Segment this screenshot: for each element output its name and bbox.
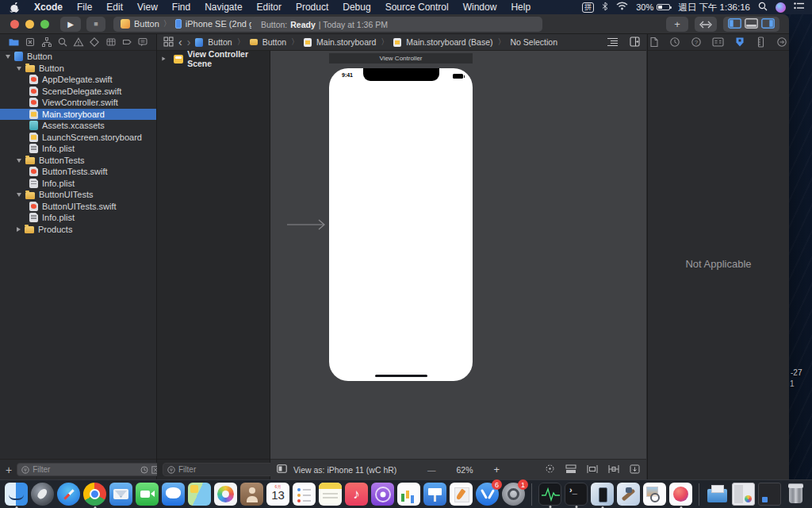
jump-segment-selection[interactable]: No Selection — [511, 37, 558, 47]
related-items-icon[interactable] — [163, 37, 174, 48]
test-navigator-tab[interactable] — [89, 37, 100, 48]
interface-builder-canvas[interactable]: View Controller 9:41 — [270, 51, 646, 459]
toggle-navigator-button[interactable] — [728, 17, 741, 32]
library-add-button[interactable]: + — [666, 17, 688, 32]
jump-segment-project[interactable]: Button — [208, 37, 232, 47]
forward-button[interactable]: › — [187, 36, 191, 48]
menu-edit[interactable]: Edit — [99, 2, 130, 13]
dock-simulator-icon[interactable] — [591, 483, 614, 506]
tree-row-launchscreen[interactable]: LaunchScreen.storyboard — [0, 132, 156, 144]
view-as-label[interactable]: View as: iPhone 11 (wC hR) — [293, 465, 396, 475]
resolve-autolayout-icon[interactable] — [630, 464, 640, 475]
dock-chrome-icon[interactable] — [83, 483, 106, 506]
attributes-inspector-tab-selected[interactable] — [734, 37, 745, 48]
add-constraints-icon[interactable] — [608, 464, 619, 475]
tree-row-buttonuitests-swift[interactable]: ButtonUITests.swift — [0, 201, 156, 213]
apple-menu-icon[interactable] — [10, 2, 19, 13]
dock-system-preferences-icon[interactable]: 1 — [502, 483, 525, 506]
run-button[interactable]: ▶ — [60, 17, 81, 32]
dock-mail-icon[interactable] — [109, 483, 132, 506]
dock-pages-icon[interactable] — [450, 483, 473, 506]
dock-podcasts-icon[interactable] — [371, 483, 394, 506]
identity-inspector-tab[interactable] — [712, 37, 724, 47]
tree-row-assets[interactable]: Assets.xcassets — [0, 120, 156, 132]
issue-navigator-tab[interactable] — [73, 37, 84, 48]
close-window-button[interactable] — [10, 20, 19, 29]
tree-row-appdelegate[interactable]: AppDelegate.swift — [0, 74, 156, 86]
tree-row-scenedelegate[interactable]: SceneDelegate.swift — [0, 86, 156, 98]
disclosure-triangle[interactable] — [17, 193, 21, 197]
stop-button[interactable]: ■ — [86, 17, 105, 32]
wifi-icon[interactable] — [616, 2, 628, 13]
dock-calendar-icon[interactable]: 6月13 — [266, 483, 289, 506]
menu-editor[interactable]: Editor — [250, 2, 289, 13]
dock-keynote-icon[interactable] — [423, 483, 446, 506]
symbol-navigator-tab[interactable] — [41, 37, 52, 48]
menu-help[interactable]: Help — [504, 2, 538, 13]
dock-documents-folder-icon[interactable] — [706, 483, 729, 506]
find-navigator-tab[interactable] — [57, 37, 68, 48]
jump-segment-localization[interactable]: Main.storyboard (Base) — [406, 37, 492, 47]
toggle-debug-area-button[interactable] — [745, 17, 758, 32]
spotlight-icon[interactable] — [758, 2, 768, 13]
embed-in-stack-icon[interactable] — [565, 464, 576, 475]
navigator-filter-field[interactable] — [17, 463, 164, 476]
minimize-window-button[interactable] — [25, 20, 34, 29]
tree-row-group-buttontests[interactable]: ButtonTests — [0, 155, 156, 167]
breakpoint-navigator-tab[interactable] — [121, 37, 132, 48]
zoom-in-button[interactable]: + — [494, 464, 500, 475]
tree-row-group-button[interactable]: Button — [0, 63, 156, 75]
view-controller-scene-row[interactable]: View Controller Scene — [157, 51, 270, 67]
dock-reminders-icon[interactable] — [293, 483, 316, 506]
dock-terminal-icon[interactable] — [565, 483, 588, 506]
add-editor-icon[interactable] — [630, 37, 640, 48]
dock-minimized-window-icon[interactable] — [758, 483, 781, 506]
menu-window[interactable]: Window — [456, 2, 504, 13]
update-frames-icon[interactable] — [545, 464, 555, 475]
notification-center-icon[interactable] — [794, 2, 804, 13]
tree-row-products[interactable]: Products — [0, 224, 156, 236]
dock-xcode-icon[interactable] — [617, 483, 640, 506]
activity-viewer[interactable]: Button: Ready | Today at 1:36 PM — [251, 17, 542, 32]
jump-segment-file[interactable]: Main.storyboard — [316, 37, 376, 47]
tree-row-buttontests-swift[interactable]: ButtonTests.swift — [0, 166, 156, 178]
menu-xcode[interactable]: Xcode — [27, 2, 70, 13]
dock-launchpad-icon[interactable] — [31, 483, 54, 506]
iphone-canvas-view[interactable]: 9:41 — [329, 68, 473, 381]
file-inspector-tab[interactable] — [649, 37, 659, 48]
dock-app-store-icon[interactable]: 6 — [476, 483, 499, 506]
dock-notes-icon[interactable] — [319, 483, 342, 506]
size-inspector-tab[interactable] — [756, 37, 766, 48]
zoom-out-button[interactable]: — — [427, 465, 436, 475]
disclosure-triangle[interactable] — [6, 55, 10, 59]
editor-options-icon[interactable] — [607, 37, 619, 48]
code-review-button[interactable] — [695, 17, 717, 32]
dock-minimized-window-icon[interactable] — [732, 483, 755, 506]
menu-file[interactable]: File — [70, 2, 99, 13]
menu-product[interactable]: Product — [289, 2, 335, 13]
menu-bar-clock[interactable]: 週日 下午 1:36:16 — [678, 2, 750, 13]
tree-row-project-button[interactable]: Button — [0, 51, 156, 63]
dock-numbers-icon[interactable] — [397, 483, 420, 506]
connections-inspector-tab[interactable] — [776, 37, 787, 48]
dock-maps-icon[interactable] — [188, 483, 211, 506]
menu-navigate[interactable]: Navigate — [197, 2, 249, 13]
tree-row-info-plist[interactable]: Info.plist — [0, 178, 156, 190]
bluetooth-icon[interactable] — [602, 2, 608, 13]
dock-finder-icon[interactable] — [5, 483, 28, 506]
debug-navigator-tab[interactable] — [105, 37, 117, 48]
battery-status[interactable]: 30% — [636, 2, 670, 12]
outline-filter-field[interactable] — [163, 463, 288, 476]
tree-row-info-plist[interactable]: Info.plist — [0, 212, 156, 224]
add-file-button[interactable]: + — [6, 464, 12, 475]
back-button[interactable]: ‹ — [178, 36, 182, 48]
dock-facetime-icon[interactable] — [136, 483, 159, 506]
menu-source-control[interactable]: Source Control — [378, 2, 456, 13]
tree-row-group-buttonuitests[interactable]: ButtonUITests — [0, 189, 156, 201]
tree-row-main-storyboard-selected[interactable]: Main.storyboard — [0, 109, 156, 121]
toggle-inspector-button[interactable] — [761, 17, 775, 32]
recent-files-icon[interactable] — [140, 466, 148, 474]
siri-icon[interactable] — [776, 2, 786, 13]
tree-row-viewcontroller[interactable]: ViewController.swift — [0, 97, 156, 109]
jump-segment-group[interactable]: Button — [262, 37, 286, 47]
